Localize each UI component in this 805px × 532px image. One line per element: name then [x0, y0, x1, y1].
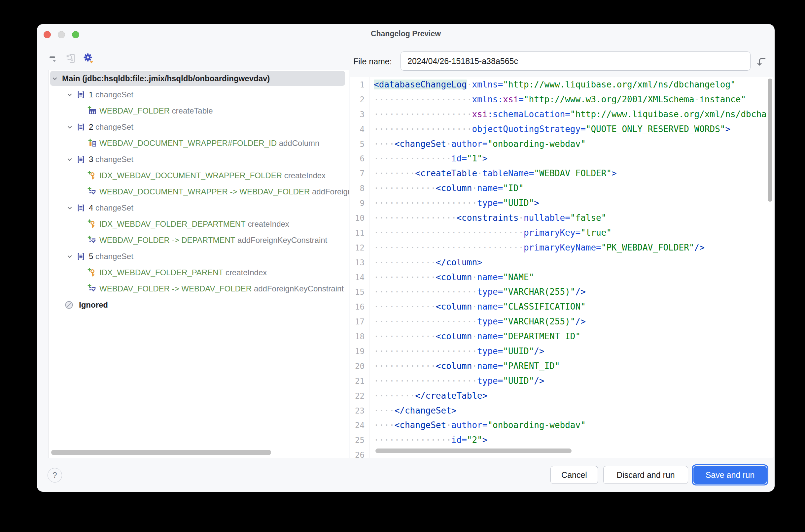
line-number: 23 [350, 404, 364, 418]
tree-row-change[interactable]: IDX_WEBDAV_FOLDER_DEPARTMENT createIndex [49, 216, 349, 232]
code-line: 6···············id="1"> [350, 151, 774, 166]
line-number: 20 [350, 359, 364, 374]
tree-row-label: 3 changeSet [89, 151, 133, 167]
tree-row-change[interactable]: IDX_WEBDAV_DOCUMENT_WRAPPER_FOLDER creat… [49, 167, 349, 184]
line-number: 4 [350, 122, 364, 137]
line-number: 3 [350, 107, 364, 122]
help-button[interactable]: ? [48, 468, 62, 482]
tree-row-changeset[interactable]: 1 changeSet [49, 87, 349, 103]
create-index-icon [88, 264, 97, 281]
tree-row-label: WEBDAV_FOLDER createTable [99, 103, 213, 119]
settings-gear-icon[interactable] [82, 52, 95, 65]
tree-row-label: WEBDAV_DOCUMENT_WRAPPER -> WEBDAV_FOLDER… [99, 184, 349, 200]
add-foreign-key-icon [88, 232, 97, 248]
tree-row-label: WEBDAV_FOLDER -> DEPARTMENT addForeignKe… [99, 232, 327, 248]
reset-file-name-button[interactable] [756, 55, 768, 68]
changeset-tree[interactable]: Ignored WEBDAV_FOLDER -> WEBDAV_FOLDER a… [48, 70, 349, 458]
chevron-down-icon[interactable] [66, 151, 74, 167]
code-line: 12·····························primaryKe… [350, 240, 774, 255]
code-line: 17····················type="VARCHAR(255)… [350, 314, 774, 329]
code-line: 25···············id="2"> [350, 433, 774, 448]
code-line: 14············<column·name="NAME" [350, 270, 774, 285]
tree-row-changeset[interactable]: 2 changeSet [49, 119, 349, 135]
changeset-icon [76, 87, 86, 103]
screenshot-stage: Changelog Preview [0, 0, 805, 532]
line-number: 12 [350, 241, 364, 255]
code-line: 4···················objectQuotingStrateg… [350, 122, 774, 137]
filter-icon[interactable] [47, 52, 59, 65]
code-line: 18············<column·name="DEPARTMENT_I… [350, 329, 774, 344]
tree-row-root[interactable]: Main (jdbc:hsqldb:file:.jmix/hsqldb/onbo… [49, 70, 349, 87]
tree-row-changeset[interactable]: 4 changeSet [49, 200, 349, 216]
changeset-icon [76, 119, 86, 135]
undo-icon [756, 55, 768, 68]
tree-row-change[interactable]: WEBDAV_DOCUMENT_WRAPPER#FOLDER_ID addCol… [49, 135, 349, 151]
changeset-icon [76, 248, 86, 264]
changelog-preview-dialog: Changelog Preview [37, 24, 774, 492]
tree-row-label: IDX_WEBDAV_DOCUMENT_WRAPPER_FOLDER creat… [99, 167, 325, 184]
code-line: 19····················type="UUID"/> [350, 344, 774, 359]
refresh-changelog-icon[interactable] [65, 52, 77, 65]
tree-row-label: Main (jdbc:hsqldb:file:.jmix/hsqldb/onbo… [62, 70, 270, 87]
code-line: 16············<column·name="CLASSIFICATI… [350, 299, 774, 314]
code-line: 9····················type="UUID"> [350, 196, 774, 211]
code-line: 11·····························primaryKe… [350, 225, 774, 240]
line-number: 19 [350, 344, 364, 359]
line-number: 15 [350, 285, 364, 300]
editor-horizontal-scrollbar[interactable] [375, 449, 572, 453]
line-number: 16 [350, 300, 364, 315]
code-line: 1<databaseChangeLog·xmlns="http://www.li… [350, 77, 774, 92]
line-number: 22 [350, 389, 364, 404]
chevron-down-icon[interactable] [66, 87, 74, 103]
line-number: 14 [350, 270, 364, 285]
add-foreign-key-icon [88, 281, 97, 297]
save-and-run-button[interactable]: Save and run [693, 466, 767, 484]
code-line: 21····················type="UUID"/> [350, 374, 774, 388]
chevron-down-icon[interactable] [66, 200, 74, 216]
line-number: 9 [350, 196, 364, 211]
cancel-button[interactable]: Cancel [550, 466, 598, 484]
dialog-title: Changelog Preview [37, 30, 774, 38]
chevron-down-icon[interactable] [66, 119, 74, 135]
code-line: 3···················xsi:schemaLocation="… [350, 107, 774, 122]
line-number: 25 [350, 433, 364, 448]
line-number: 11 [350, 226, 364, 241]
tree-row-label: WEBDAV_DOCUMENT_WRAPPER#FOLDER_ID addCol… [99, 135, 319, 151]
line-number: 7 [350, 166, 364, 181]
discard-and-run-button[interactable]: Discard and run [603, 466, 688, 484]
code-line: 2···················xmlns:xsi="http://ww… [350, 92, 774, 107]
file-name-input[interactable] [400, 52, 750, 71]
tree-row-ignored[interactable]: Ignored [49, 297, 349, 313]
code-line: 8············<column·name="ID" [350, 181, 774, 196]
tree-row-changeset[interactable]: 3 changeSet [49, 151, 349, 167]
tree-row-label: 1 changeSet [89, 87, 133, 103]
changelog-code-editor[interactable]: 1<databaseChangeLog·xmlns="http://www.li… [350, 77, 774, 458]
tree-row-change[interactable]: WEBDAV_DOCUMENT_WRAPPER -> WEBDAV_FOLDER… [49, 184, 349, 200]
line-number: 13 [350, 255, 364, 270]
line-number: 6 [350, 151, 364, 166]
tree-row-change[interactable]: WEBDAV_FOLDER -> DEPARTMENT addForeignKe… [49, 232, 349, 248]
line-number: 8 [350, 181, 364, 196]
create-table-icon [88, 103, 97, 119]
code-line: 24····<changeSet·author="onboarding-webd… [350, 418, 774, 433]
code-line: 7········<createTable·tableName="WEBDAV_… [350, 166, 774, 181]
chevron-down-icon[interactable] [66, 248, 74, 264]
tree-row-label: IDX_WEBDAV_FOLDER_PARENT createIndex [99, 264, 267, 281]
tree-row-change[interactable]: WEBDAV_FOLDER -> WEBDAV_FOLDER addForeig… [49, 281, 349, 297]
editor-vertical-scrollbar[interactable] [768, 79, 772, 202]
code-line: 10················<constraints·nullable=… [350, 211, 774, 225]
code-line: 15····················type="VARCHAR(255)… [350, 284, 774, 299]
code-line: 23····</changeSet> [350, 403, 774, 418]
tree-row-label: 5 changeSet [89, 248, 133, 264]
tree-row-change[interactable]: WEBDAV_FOLDER createTable [49, 103, 349, 119]
create-index-icon [88, 167, 97, 184]
tree-row-changeset[interactable]: 5 changeSet [49, 248, 349, 264]
changeset-icon [76, 151, 86, 167]
line-number: 24 [350, 418, 364, 433]
chevron-down-icon[interactable] [51, 70, 59, 87]
tree-horizontal-scrollbar[interactable] [51, 450, 271, 455]
code-line: 5····<changeSet·author="onboarding-webda… [350, 137, 774, 151]
line-number: 2 [350, 92, 364, 107]
tree-row-change[interactable]: IDX_WEBDAV_FOLDER_PARENT createIndex [49, 264, 349, 281]
line-number: 17 [350, 315, 364, 329]
